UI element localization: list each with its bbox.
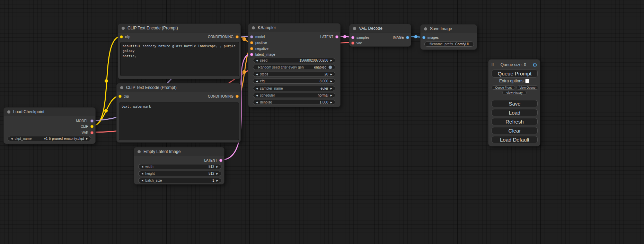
input-slot-images: images — [422, 35, 439, 40]
load-default-button[interactable]: Load Default — [492, 136, 538, 143]
seed-widget[interactable]: ◀ seed 156680208700286 ▶ — [253, 58, 335, 63]
widget-value: 1 — [212, 179, 214, 182]
clip-slot-dot[interactable] — [90, 125, 94, 128]
widget-value: enabled — [314, 65, 326, 69]
collapse-dot-icon[interactable] — [120, 86, 123, 89]
model-slot-dot[interactable] — [250, 35, 253, 38]
save-button[interactable]: Save — [492, 100, 538, 107]
batch-size-widget[interactable]: ◀ batch_size 1 ▶ — [138, 178, 221, 183]
filename-prefix-widget[interactable]: filename_prefix ComfyUI — [424, 42, 474, 47]
vae-slot-dot[interactable] — [90, 131, 94, 134]
output-slot-conditioning: CONDITIONING — [208, 93, 239, 99]
node-vae-decode[interactable]: VAE Decode samples vae IMAGE — [349, 24, 411, 47]
image-slot-dot[interactable] — [422, 36, 425, 39]
collapse-dot-icon[interactable] — [138, 150, 141, 153]
link-dot — [242, 70, 246, 74]
spinner-right-icon[interactable]: ▶ — [217, 165, 218, 168]
node-ksampler[interactable]: KSampler model positive negative latent_… — [248, 23, 341, 107]
node-title-bar[interactable]: CLIP Text Encode (Prompt) — [117, 83, 240, 92]
spinner-left-icon[interactable]: ◀ — [141, 172, 143, 175]
node-title-bar[interactable]: CLIP Text Encode (Prompt) — [118, 24, 240, 33]
clear-button[interactable]: Clear — [492, 127, 538, 134]
ckpt-name-widget[interactable]: ◀ ckpt_name v1-5-pruned-emaonly.ckpt ▶ — [8, 136, 91, 141]
steps-widget[interactable]: ◀ steps 20 ▶ — [253, 72, 335, 77]
latent-slot-dot[interactable] — [250, 53, 253, 56]
node-load-checkpoint[interactable]: Load Checkpoint MODEL CLIP VAE ◀ ckpt_na… — [3, 107, 96, 144]
queue-front-button[interactable]: Queue Front — [492, 85, 515, 90]
spinner-left-icon[interactable]: ◀ — [141, 165, 143, 168]
image-slot-dot[interactable] — [406, 36, 409, 39]
conditioning-slot-dot[interactable] — [236, 95, 239, 98]
view-history-button[interactable]: View History — [502, 91, 527, 95]
refresh-button[interactable]: Refresh — [492, 118, 538, 125]
node-title-bar[interactable]: Load Checkpoint — [4, 108, 95, 116]
slot-label: CONDITIONING — [208, 35, 233, 39]
vae-slot-dot[interactable] — [351, 42, 354, 45]
collapse-dot-icon[interactable] — [252, 26, 255, 29]
node-title-bar[interactable]: KSampler — [248, 24, 340, 32]
spinner-left-icon[interactable]: ◀ — [141, 179, 143, 182]
spinner-right-icon[interactable]: ▶ — [217, 179, 218, 182]
node-title-bar[interactable]: Empty Latent Image — [134, 147, 224, 156]
spinner-left-icon[interactable]: ◀ — [256, 94, 258, 97]
widget-value: 512 — [209, 172, 214, 175]
latent-slot-dot[interactable] — [351, 36, 354, 39]
extra-options-checkbox[interactable] — [525, 79, 529, 83]
queue-panel: ⠿ Queue size: 0 ⚙ Queue Prompt Extra opt… — [488, 59, 540, 146]
denoise-widget[interactable]: ◀ denoise 1.000 ▶ — [253, 100, 335, 105]
queue-prompt-button[interactable]: Queue Prompt — [492, 70, 538, 78]
clip-slot-dot[interactable] — [120, 35, 123, 38]
width-widget[interactable]: ◀ width 512 ▶ — [138, 164, 221, 169]
node-clip-text-encode-positive[interactable]: CLIP Text Encode (Prompt) clip CONDITION… — [118, 24, 241, 79]
node-title: VAE Decode — [359, 26, 382, 31]
spinner-left-icon[interactable]: ◀ — [256, 80, 258, 82]
sampler-name-widget[interactable]: ◀ sampler_name euler ▶ — [253, 86, 335, 91]
spinner-left-icon[interactable]: ◀ — [256, 73, 258, 75]
height-widget[interactable]: ◀ height 512 ▶ — [138, 171, 221, 176]
conditioning-slot-dot[interactable] — [250, 41, 253, 44]
spinner-right-icon[interactable]: ▶ — [330, 80, 332, 82]
collapse-dot-icon[interactable] — [353, 27, 356, 30]
node-title-bar[interactable]: VAE Decode — [350, 24, 411, 33]
link-dot — [242, 37, 246, 41]
input-slot-latent-image: latent_image — [250, 52, 275, 57]
spinner-right-icon[interactable]: ▶ — [330, 73, 332, 75]
clip-slot-dot[interactable] — [118, 95, 122, 98]
load-button[interactable]: Load — [492, 109, 538, 116]
settings-gear-icon[interactable]: ⚙ — [533, 62, 537, 67]
node-title: KSampler — [258, 25, 276, 30]
spinner-left-icon[interactable]: ◀ — [256, 101, 258, 103]
random-seed-toggle-widget[interactable]: Random seed after every gen enabled — [253, 65, 335, 70]
spinner-right-icon[interactable]: ▶ — [86, 137, 88, 140]
model-slot-dot[interactable] — [90, 119, 94, 123]
node-clip-text-encode-negative[interactable]: CLIP Text Encode (Prompt) clip CONDITION… — [116, 83, 241, 143]
spinner-right-icon[interactable]: ▶ — [330, 101, 332, 103]
toggle-knob-icon[interactable] — [328, 65, 332, 69]
latent-slot-dot[interactable] — [219, 159, 222, 162]
cfg-widget[interactable]: ◀ cfg 8.000 ▶ — [253, 79, 335, 84]
node-empty-latent-image[interactable]: Empty Latent Image LATENT ◀ width 512 ▶ … — [134, 147, 224, 184]
node-title-bar[interactable]: Save Image — [421, 25, 477, 33]
output-slot-model: MODEL — [76, 118, 94, 124]
spinner-right-icon[interactable]: ▶ — [330, 59, 332, 62]
spinner-left-icon[interactable]: ◀ — [256, 87, 258, 90]
conditioning-slot-dot[interactable] — [250, 47, 253, 50]
spinner-left-icon[interactable]: ◀ — [256, 59, 258, 62]
slot-label: vae — [356, 41, 362, 45]
positive-prompt-textarea[interactable]: beautiful scenery nature glass bottle la… — [120, 42, 239, 76]
widget-label: seed — [260, 58, 267, 62]
spinner-right-icon[interactable]: ▶ — [330, 94, 332, 97]
negative-prompt-textarea[interactable]: text, watermark — [119, 102, 239, 140]
node-save-image[interactable]: Save Image images filename_prefix ComfyU… — [420, 24, 477, 50]
spinner-right-icon[interactable]: ▶ — [330, 87, 332, 90]
collapse-dot-icon[interactable] — [122, 27, 125, 30]
view-queue-button[interactable]: View Queue — [517, 85, 538, 90]
latent-slot-dot[interactable] — [335, 35, 338, 38]
conditioning-slot-dot[interactable] — [236, 35, 239, 38]
collapse-dot-icon[interactable] — [7, 110, 10, 114]
collapse-dot-icon[interactable] — [424, 27, 427, 30]
spinner-left-icon[interactable]: ◀ — [11, 137, 12, 140]
spinner-right-icon[interactable]: ▶ — [217, 172, 218, 175]
drag-handle-icon[interactable]: ⠿ — [491, 63, 494, 67]
scheduler-widget[interactable]: ◀ scheduler normal ▶ — [253, 93, 335, 98]
